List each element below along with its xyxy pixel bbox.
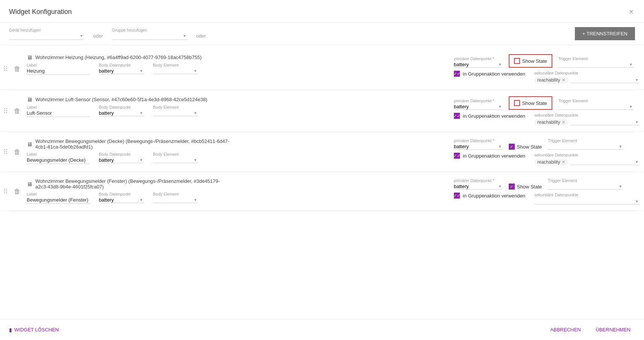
group-action-checkbox[interactable]: ✓ <box>454 113 460 119</box>
show-state-checkbox[interactable] <box>514 58 520 64</box>
show-state-label: Show State <box>517 144 542 150</box>
secondary-datenpunkte-select[interactable] <box>571 159 612 165</box>
label-input[interactable] <box>27 197 90 204</box>
primary-datenpunkt-label: primärer Datenpunkt * <box>454 138 503 143</box>
secondary-datenpunkte-select-wrap[interactable]: ▼ <box>534 199 639 205</box>
drag-handle[interactable]: ⠿ <box>0 146 11 158</box>
tag-remove[interactable]: ✕ <box>562 77 565 83</box>
show-state-checkbox[interactable]: ✓ <box>509 144 515 150</box>
secondary-datenpunkte-label: sekundäre Datenpunkte <box>534 71 639 75</box>
group-action-checkbox[interactable]: ✓ <box>454 71 460 77</box>
primary-datenpunkt-select-wrap[interactable]: battery ▼ <box>454 184 503 190</box>
label-input[interactable] <box>27 157 90 164</box>
primary-datenpunkt-select[interactable]: battery <box>454 62 503 67</box>
delete-button[interactable]: 🗑 <box>11 186 24 197</box>
trigger-element-select-wrap[interactable]: ▼ <box>558 104 633 110</box>
device-select[interactable] <box>9 33 77 39</box>
show-state-checkbox[interactable] <box>514 100 520 106</box>
trigger-element-select[interactable] <box>548 184 619 189</box>
widget-item: ⠿ 🗑 🖥 Wohnzimmer Bewegungsmelder (Fenste… <box>0 172 644 211</box>
secondary-datenpunkte-label: sekundäre Datenpunkte <box>534 113 639 117</box>
secondary-datenpunkte-section: sekundäre Datenpunkte ▼ <box>534 193 639 205</box>
body-element-field: Body Element ▼ <box>153 192 198 203</box>
trigger-element-select-wrap[interactable]: ▼ <box>548 144 623 150</box>
trigger-element-label: Trigger Element <box>548 138 623 143</box>
body-element-select[interactable] <box>153 157 198 163</box>
body-datenpunkt-select-wrap[interactable]: battery ▼ <box>99 197 144 203</box>
group-action-label: in Gruppenaktion verwenden <box>463 71 525 77</box>
drag-handle[interactable]: ⠿ <box>0 63 11 74</box>
delete-button[interactable]: 🗑 <box>11 106 24 117</box>
primary-datenpunkt-section: primärer Datenpunkt * battery ▼ <box>454 99 503 110</box>
device-icon: 🖥 <box>27 96 32 103</box>
body-datenpunkt-field: Body Datenpunkt battery ▼ <box>99 192 144 203</box>
show-state-label: Show State <box>517 184 542 190</box>
primary-datenpunkt-select-wrap[interactable]: battery ▼ <box>454 144 503 150</box>
trigger-element-label: Trigger Element <box>548 178 623 183</box>
body-datenpunkt-select[interactable]: battery <box>99 110 144 116</box>
label-input[interactable] <box>27 110 90 117</box>
abbrechen-button[interactable]: ABBRECHEN <box>546 324 585 335</box>
body-element-select[interactable] <box>153 110 198 116</box>
trennstreifen-button[interactable]: + TRENNSTREIFEN <box>575 27 635 40</box>
secondary-tag: reachability ✕ <box>534 119 568 126</box>
widget-loschen-button[interactable]: ▮ WIDGET LÖSCHEN <box>9 327 59 333</box>
label-input[interactable] <box>27 68 90 75</box>
group-action-label: in Gruppenaktion verwenden <box>463 113 525 119</box>
body-element-select[interactable] <box>153 68 198 74</box>
device-chevron-icon: ▼ <box>80 34 83 38</box>
trigger-element-select[interactable] <box>548 144 619 149</box>
close-button[interactable]: × <box>627 6 635 18</box>
show-state-checkbox[interactable]: ✓ <box>509 184 515 190</box>
body-element-select-wrap[interactable]: ▼ <box>153 197 198 203</box>
body-datenpunkt-select[interactable]: battery <box>99 157 144 163</box>
delete-button[interactable]: 🗑 <box>11 147 24 158</box>
trigger-element-select[interactable] <box>558 104 630 109</box>
body-datenpunkt-select[interactable]: battery <box>99 68 144 74</box>
body-datenpunkt-label: Body Datenpunkt <box>99 63 144 67</box>
secondary-datenpunkte-chevron-icon: ▼ <box>635 199 639 203</box>
primary-datenpunkt-select[interactable]: battery <box>454 184 503 189</box>
primary-datenpunkt-select-wrap[interactable]: battery ▼ <box>454 104 503 110</box>
body-element-select-wrap[interactable]: ▼ <box>153 157 198 163</box>
item-fields-row: Label Body Datenpunkt battery ▼ Body Ele… <box>27 105 451 117</box>
body-element-select[interactable] <box>153 197 198 203</box>
primary-datenpunkt-label: primärer Datenpunkt * <box>454 99 503 103</box>
primary-datenpunkt-select[interactable]: battery <box>454 144 503 149</box>
secondary-datenpunkte-select-wrap[interactable]: ▼ <box>571 77 639 83</box>
secondary-datenpunkte-select[interactable] <box>571 77 612 83</box>
body-datenpunkt-select[interactable]: battery <box>99 197 144 203</box>
trigger-element-section: Trigger Element ▼ <box>558 99 633 110</box>
group-action-checkbox[interactable]: ✓ <box>454 153 460 159</box>
body-element-select-wrap[interactable]: ▼ <box>153 110 198 116</box>
body-datenpunkt-select-wrap[interactable]: battery ▼ <box>99 68 144 74</box>
secondary-datenpunkte-select[interactable] <box>534 199 576 204</box>
body-element-select-wrap[interactable]: ▼ <box>153 68 198 74</box>
drag-handle[interactable]: ⠿ <box>0 186 11 197</box>
secondary-datenpunkte-select-wrap[interactable]: ▼ <box>571 119 639 125</box>
trigger-element-select-wrap[interactable]: ▼ <box>548 184 623 190</box>
primary-datenpunkt-select[interactable]: battery <box>454 104 503 109</box>
body-element-field: Body Element ▼ <box>153 152 198 163</box>
toolbar: Gerät hinzufügen ▼ oder Gruppe hinzufüge… <box>0 23 644 45</box>
device-icon: 🖥 <box>27 54 32 61</box>
tag-remove[interactable]: ✕ <box>562 120 565 125</box>
group-select-wrap[interactable]: ▼ <box>112 33 187 40</box>
secondary-datenpunkte-select[interactable] <box>571 119 612 125</box>
device-select-wrap[interactable]: ▼ <box>9 33 84 40</box>
group-action-checkbox[interactable]: ✓ <box>454 193 460 199</box>
primary-datenpunkt-select-wrap[interactable]: battery ▼ <box>454 62 503 68</box>
item-right: primärer Datenpunkt * battery ▼ ✓ Show S… <box>454 178 644 205</box>
body-datenpunkt-select-wrap[interactable]: battery ▼ <box>99 157 144 163</box>
drag-handle[interactable]: ⠿ <box>0 105 11 117</box>
trigger-element-select[interactable] <box>558 62 630 67</box>
tag-remove[interactable]: ✕ <box>562 159 565 165</box>
group-select[interactable] <box>112 33 180 39</box>
ubernehmen-button[interactable]: ÜBERNEHMEN <box>591 324 635 335</box>
secondary-datenpunkte-select-wrap[interactable]: ▼ <box>571 159 639 165</box>
delete-button[interactable]: 🗑 <box>11 64 24 74</box>
widget-item: ⠿ 🗑 🖥 Wohnzimmer Bewegungsmelder (Decke)… <box>0 132 644 172</box>
label-field: Label <box>27 152 90 164</box>
trigger-element-select-wrap[interactable]: ▼ <box>558 62 633 68</box>
body-datenpunkt-select-wrap[interactable]: battery ▼ <box>99 110 144 116</box>
